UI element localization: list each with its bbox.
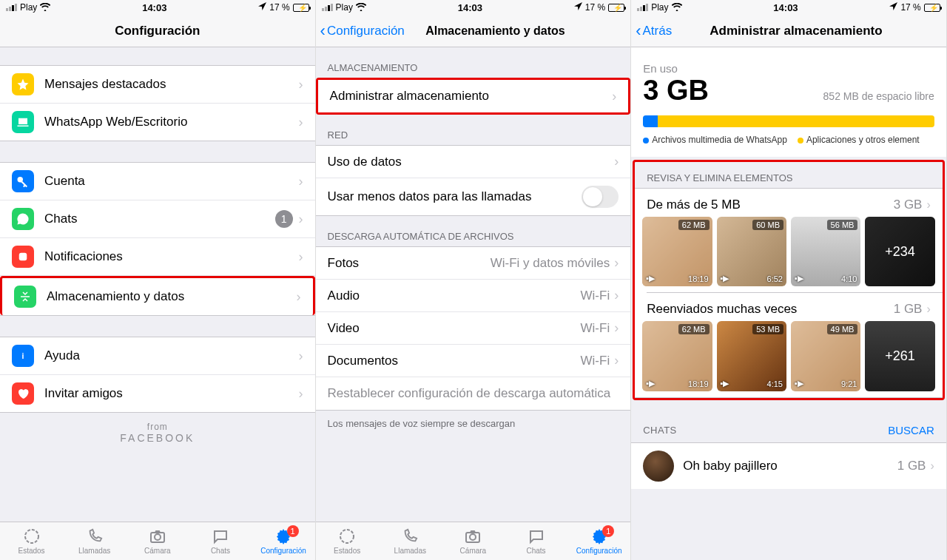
- wifi-icon: [40, 2, 50, 13]
- section-autodl: DESCARGA AUTOMÁTICA DE ARCHIVOS: [316, 216, 631, 246]
- row-storage[interactable]: Almacenamiento y datos ›: [0, 276, 315, 315]
- svg-text:i: i: [22, 351, 24, 360]
- key-icon: [12, 170, 34, 192]
- storage-bar: [643, 115, 934, 127]
- row-audio[interactable]: AudioWi-Fi›: [316, 280, 631, 312]
- whatsapp-icon: [12, 208, 34, 230]
- media-thumb[interactable]: 62 MB▪▶18:19: [642, 321, 712, 391]
- row-web[interactable]: WhatsApp Web/Escritorio ›: [0, 104, 315, 141]
- svg-rect-0: [19, 253, 27, 261]
- nav-header: ‹Configuración Almacenamiento y datos: [316, 15, 631, 47]
- forwarded-thumbnails: 62 MB▪▶18:19 53 MB▪▶4:15 49 MB▪▶9:21 +26…: [642, 321, 935, 391]
- tab-camera[interactable]: Cámara: [442, 522, 505, 560]
- heart-icon: [12, 382, 34, 405]
- row-help[interactable]: i Ayuda ›: [0, 337, 315, 375]
- row-notifications[interactable]: Notificaciones ›: [0, 238, 315, 276]
- media-thumb-more[interactable]: +261: [865, 321, 934, 391]
- tab-calls[interactable]: Llamadas: [63, 522, 126, 560]
- chevron-right-icon: ›: [930, 459, 934, 473]
- info-icon: i: [12, 345, 34, 367]
- settings-group-1: Mensajes destacados › WhatsApp Web/Escri…: [0, 65, 315, 141]
- tab-camera[interactable]: Cámara: [126, 522, 189, 560]
- video-icon: ▪▶: [795, 274, 803, 283]
- tab-chats[interactable]: Chats: [189, 522, 252, 560]
- storage-group: Administrar almacenamiento ›: [316, 78, 631, 115]
- row-reset-autodl[interactable]: Restablecer configuración de descarga au…: [316, 377, 631, 410]
- search-button[interactable]: BUSCAR: [888, 424, 934, 436]
- laptop-icon: [12, 111, 34, 133]
- back-button[interactable]: ‹Configuración: [320, 21, 405, 41]
- row-starred[interactable]: Mensajes destacados ›: [0, 66, 315, 104]
- screen-storage-data: Play 14:03 17 % ⚡ ‹Configuración Almacen…: [316, 0, 632, 560]
- media-thumb[interactable]: 53 MB▪▶4:15: [717, 321, 786, 391]
- tab-bar: Estados Llamadas Cámara Chats 1Configura…: [0, 522, 315, 560]
- low-data-toggle[interactable]: [582, 186, 619, 208]
- row-forwarded[interactable]: Reenviados muchas veces1 GB› 62 MB▪▶18:1…: [635, 293, 943, 397]
- chat-storage-row[interactable]: Oh baby pajillero 1 GB ›: [631, 442, 946, 489]
- screen-manage-storage: Play 14:03 17 % ⚡ ‹Atrás Administrar alm…: [631, 0, 947, 560]
- chats-list-header: CHATS BUSCAR: [631, 403, 946, 442]
- chevron-right-icon: ›: [614, 288, 619, 303]
- row-larger-than-5mb[interactable]: De más de 5 MB3 GB› 62 MB▪▶18:19 60 MB▪▶…: [635, 189, 943, 292]
- svg-point-7: [340, 530, 354, 543]
- signal-icon: [322, 4, 333, 11]
- chevron-right-icon: ›: [299, 249, 303, 265]
- screen-settings: Play 14:03 17 % ⚡ Configuración Mensajes…: [0, 0, 316, 560]
- nav-header: ‹Atrás Administrar almacenamiento: [631, 15, 946, 47]
- wifi-icon: [672, 2, 682, 13]
- chevron-right-icon: ›: [297, 289, 301, 305]
- tab-chats[interactable]: Chats: [505, 522, 567, 560]
- storage-legend: Archivos multimedia de WhatsApp Aplicaci…: [643, 135, 934, 145]
- free-amount: 852 MB de espacio libre: [823, 90, 934, 102]
- chat-bubble-icon: [212, 527, 229, 545]
- svg-point-9: [470, 534, 476, 540]
- storage-summary: En uso 3 GB 852 MB de espacio libre Arch…: [631, 47, 946, 157]
- chevron-right-icon: ›: [614, 154, 619, 169]
- nav-header: Configuración: [0, 15, 315, 47]
- media-thumb[interactable]: 62 MB▪▶18:19: [642, 217, 712, 286]
- media-thumb[interactable]: 49 MB▪▶9:21: [791, 321, 860, 391]
- back-button[interactable]: ‹Atrás: [636, 21, 672, 41]
- row-chats[interactable]: Chats 1 ›: [0, 200, 315, 238]
- row-docs[interactable]: DocumentosWi-Fi›: [316, 345, 631, 377]
- tab-settings[interactable]: 1Configuración: [567, 522, 630, 560]
- media-thumb-more[interactable]: +234: [865, 217, 934, 286]
- row-photos[interactable]: FotosWi-Fi y datos móviles›: [316, 247, 631, 280]
- carrier: Play: [20, 2, 37, 13]
- chevron-right-icon: ›: [299, 212, 303, 227]
- video-icon: ▪▶: [646, 379, 655, 388]
- chevron-right-icon: ›: [299, 386, 303, 402]
- row-low-data[interactable]: Usar menos datos para las llamadas: [316, 178, 631, 215]
- star-icon: [12, 73, 34, 95]
- wifi-icon: [356, 2, 366, 13]
- media-thumb[interactable]: 56 MB▪▶4:10: [791, 217, 860, 286]
- status-ring-icon: [23, 527, 41, 545]
- chat-bubble-icon: [528, 527, 545, 545]
- page-title: Configuración: [115, 24, 200, 38]
- row-account[interactable]: Cuenta ›: [0, 163, 315, 200]
- chevron-right-icon: ›: [299, 115, 303, 130]
- chevron-right-icon: ›: [614, 353, 619, 368]
- section-network: RED: [316, 115, 631, 145]
- from-facebook: from FACEBOOK: [0, 413, 315, 459]
- chevron-right-icon: ›: [926, 198, 930, 212]
- avatar: [643, 451, 674, 482]
- battery-icon: ⚡: [608, 4, 624, 12]
- media-thumb[interactable]: 60 MB▪▶6:52: [717, 217, 786, 286]
- status-bar: Play 14:03 17 % ⚡: [316, 0, 631, 15]
- chevron-right-icon: ›: [299, 348, 303, 364]
- battery-pct: 17 %: [269, 2, 289, 13]
- status-bar: Play 14:03 17 % ⚡: [631, 0, 946, 15]
- tab-calls[interactable]: Llamadas: [379, 522, 442, 560]
- row-manage-storage[interactable]: Administrar almacenamiento ›: [318, 80, 629, 112]
- row-video[interactable]: VideoWi-Fi›: [316, 312, 631, 345]
- row-data-usage[interactable]: Uso de datos ›: [316, 146, 631, 178]
- tab-status[interactable]: Estados: [0, 522, 63, 560]
- signal-icon: [6, 4, 17, 11]
- status-ring-icon: [338, 527, 356, 545]
- row-invite[interactable]: Invitar amigos ›: [0, 375, 315, 412]
- chevron-left-icon: ‹: [636, 21, 641, 41]
- tab-status[interactable]: Estados: [316, 522, 379, 560]
- tab-settings[interactable]: 1Configuración: [252, 522, 315, 560]
- video-icon: ▪▶: [721, 274, 729, 283]
